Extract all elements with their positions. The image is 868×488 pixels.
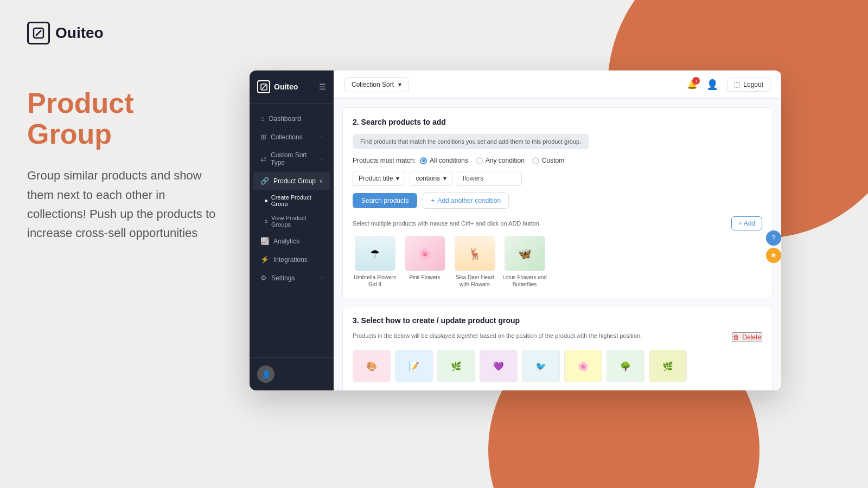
collection-sort-dropdown[interactable]: Collection Sort ▾ [344,77,409,92]
conditions-row: Products must match: All conditions Any … [353,157,762,164]
products-header: Select multiple products with mouse and … [353,216,762,230]
sort-icon: ⇄ [260,155,266,163]
dropdown-chevron-icon: ▾ [398,81,401,88]
radio-any-condition[interactable]: Any condition [476,157,525,164]
products-hint: Select multiple products with mouse and … [353,220,539,227]
filter-row: Product title ▾ contains ▾ flowers [353,171,762,186]
product-card-4[interactable]: 🦋 Lotus Flowers and Butterflies [502,236,547,288]
hero-title: Product Group [27,88,222,150]
radio-label-text: Custom [542,157,564,164]
product-row-grid: 🎨 📝 🌿 💜 🐦 🌸 🌳 🌿 [353,350,762,382]
chevron-right-icon: › [321,156,323,162]
row-thumb-8[interactable]: 🌿 [649,350,687,382]
filter-operator-label: contains [416,175,440,182]
add-condition-button[interactable]: + Add another condition [423,192,509,209]
sidebar-sub-item-label: View Product Groups [271,215,326,228]
sidebar-sub-item-label: Create Product Group [271,194,326,207]
main-content: Collection Sort ▾ 🔔 1 👤 ⬚ Logout 2. Sear… [334,70,781,390]
section-3-title: 3. Select how to create / update product… [353,316,762,325]
sidebar-sub-item-create[interactable]: Create Product Group [250,190,334,211]
sidebar-item-label: Analytics [273,237,299,245]
sidebar-nav: ⌂ Dashboard ⊞ Collections › ⇄ Custom Sor… [250,104,334,357]
sidebar-item-settings[interactable]: ⚙ Settings › [253,269,330,287]
inactive-dot [265,220,267,223]
radio-label-text: Any condition [486,157,525,164]
product-thumb-4: 🦋 [505,236,545,271]
sidebar-item-product-group[interactable]: 🔗 Product Group ∨ [253,172,330,190]
sidebar-item-analytics[interactable]: 📈 Analytics [253,232,330,250]
help-button[interactable]: ? [766,230,781,246]
radio-custom[interactable]: Custom [532,157,564,164]
logout-button[interactable]: ⬚ Logout [727,78,770,92]
radio-dot [532,157,539,164]
sidebar-logo: Ouiteo [257,80,298,93]
sidebar-header: Ouiteo ☰ [250,70,334,104]
conditions-label: Products must match: [353,157,416,164]
sidebar-menu-icon[interactable]: ☰ [319,82,326,91]
filter-value-input[interactable]: flowers [457,171,522,186]
sidebar-item-label: Integrations [273,256,308,264]
svg-line-1 [36,30,41,36]
sidebar-item-label: Settings [271,274,295,282]
row-thumb-4[interactable]: 💜 [480,350,518,382]
delete-button[interactable]: 🗑 Delete [732,332,762,342]
add-condition-label: Add another condition [437,197,501,204]
hero-desc: Group similar products and show them nex… [27,166,222,242]
search-products-button[interactable]: Search products [353,193,417,208]
notification-button[interactable]: 🔔 1 [687,79,698,89]
active-dot [265,200,267,202]
settings-icon: ⚙ [260,274,267,282]
info-banner: Find products that match the conditions … [353,134,589,149]
filter-field-select[interactable]: Product title ▾ [353,171,405,186]
left-panel: Ouiteo Product Group Group similar produ… [0,0,250,488]
product-card-3[interactable]: 🦌 Sika Deer Head with Flowers [452,236,497,288]
user-avatar[interactable]: 👤 [257,365,275,383]
section-3-card: 3. Select how to create / update product… [342,306,773,390]
sidebar-logo-text: Ouiteo [274,82,298,91]
star-button[interactable]: ★ [766,248,781,263]
top-bar-right: 🔔 1 👤 ⬚ Logout [687,78,770,92]
product-name-1: Umbrella Flowers Girl II [353,274,397,288]
sidebar-sub-item-view[interactable]: View Product Groups [250,211,334,232]
sidebar-item-integrations[interactable]: ⚡ Integrations [253,251,330,268]
sidebar-item-label: Product Group [273,177,316,185]
app-window: Ouiteo ☰ ⌂ Dashboard ⊞ Collections › ⇄ [250,70,781,390]
row-thumb-2[interactable]: 📝 [395,350,433,382]
delete-label: Delete [742,333,761,341]
product-thumb-3: 🦌 [455,236,495,271]
filter-operator-select[interactable]: contains ▾ [410,171,452,186]
dashboard-icon: ⌂ [260,114,265,123]
sidebar-item-collections[interactable]: ⊞ Collections › [253,128,330,146]
product-card-1[interactable]: ☂ Umbrella Flowers Girl II [353,236,397,288]
top-bar: Collection Sort ▾ 🔔 1 👤 ⬚ Logout [334,70,781,99]
radio-group: All conditions Any condition Custom [420,157,564,164]
row-thumb-5[interactable]: 🐦 [522,350,560,382]
analytics-icon: 📈 [260,237,269,245]
logo-text: Ouiteo [55,24,104,42]
row-thumb-3[interactable]: 🌿 [437,350,475,382]
sidebar-item-label: Dashboard [269,115,301,123]
trash-icon: 🗑 [733,333,739,341]
logout-label: Logout [743,81,763,88]
sidebar-item-dashboard[interactable]: ⌂ Dashboard [253,110,330,127]
radio-dot-selected [420,157,427,164]
product-name-4: Lotus Flowers and Butterflies [502,274,547,288]
row-thumb-6[interactable]: 🌸 [564,350,602,382]
user-profile-button[interactable]: 👤 [706,79,718,91]
side-buttons: ? ★ [766,230,781,263]
radio-label-text: All conditions [430,157,468,164]
product-group-icon: 🔗 [260,177,269,185]
action-row: Search products + Add another condition [353,192,762,209]
products-grid: ☂ Umbrella Flowers Girl II 🌸 Pink Flower… [353,236,762,288]
product-card-2[interactable]: 🌸 Pink Flowers [403,236,447,288]
row-thumb-7[interactable]: 🌳 [607,350,644,382]
filter-value-text: flowers [463,175,483,182]
product-name-2: Pink Flowers [409,274,440,281]
add-products-button[interactable]: + Add [731,216,762,230]
radio-all-conditions[interactable]: All conditions [420,157,468,164]
sidebar: Ouiteo ☰ ⌂ Dashboard ⊞ Collections › ⇄ [250,70,334,390]
sidebar-item-custom-sort[interactable]: ⇄ Custom Sort Type › [253,146,330,171]
sidebar-item-label: Custom Sort Type [271,151,321,166]
sidebar-logo-icon [257,80,270,93]
row-thumb-1[interactable]: 🎨 [353,350,391,382]
